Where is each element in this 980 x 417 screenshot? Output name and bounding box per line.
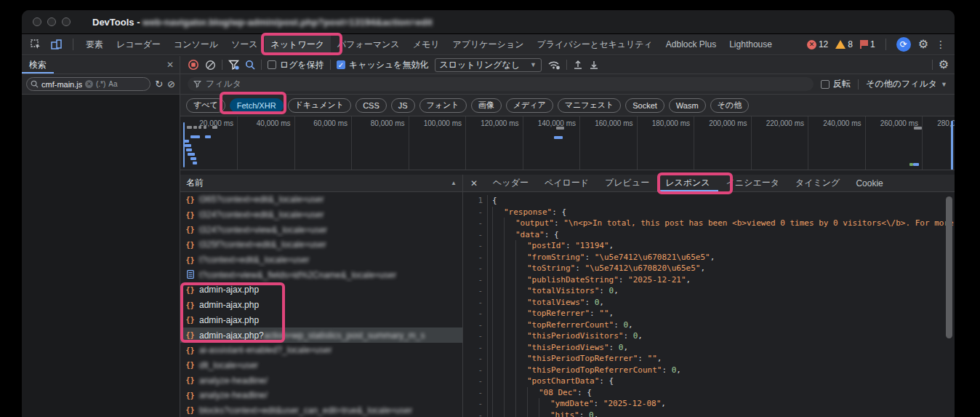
fold-marker[interactable]: - [463, 365, 488, 376]
request-row[interactable]: {}t324?context=edit&_locale=user [180, 207, 462, 223]
clear-search-icon[interactable]: ⊘ [167, 79, 175, 90]
request-row[interactable]: {}t365?context=edit&_locale=user [180, 192, 462, 207]
device-toolbar-icon[interactable] [49, 38, 63, 51]
close-search-icon[interactable]: ✕ [166, 60, 174, 70]
chip-socket[interactable]: Socket [625, 98, 664, 113]
fold-marker[interactable]: - [463, 263, 488, 274]
chip--[interactable]: フォント [419, 98, 467, 113]
fold-marker[interactable]: - [463, 330, 488, 342]
request-row[interactable]: {}blocks?context=edit&user_can_edit=true… [180, 403, 462, 417]
request-row[interactable]: t?context=view&_fields=id%2Cname&_locale… [180, 267, 462, 282]
disable-cache-checkbox[interactable]: ✓ キャッシュを無効化 [337, 59, 429, 71]
chip--[interactable]: その他 [710, 98, 750, 113]
inspect-element-icon[interactable] [29, 38, 42, 51]
clear-network-log-icon[interactable] [205, 60, 216, 71]
tab-main-1[interactable]: レコーダー [110, 34, 167, 55]
request-row[interactable]: {}admin-ajax.php [180, 313, 462, 328]
response-tab-0[interactable]: ヘッダー [485, 175, 537, 191]
fold-marker[interactable]: - [463, 297, 488, 309]
response-scrollbar-thumb[interactable] [946, 196, 952, 338]
fold-marker[interactable]: - [463, 229, 488, 241]
issues-badge[interactable]: 1 [860, 39, 875, 49]
tab-main-3[interactable]: ソース [225, 34, 265, 55]
close-response-pane-icon[interactable]: ✕ [463, 175, 485, 191]
request-row[interactable]: {}t325f?context=edit&_locale=user [180, 237, 462, 253]
response-body-viewer[interactable]: 1{-"response": {-"output": "\n<p>In tota… [463, 192, 955, 417]
response-tab-4[interactable]: イニシエータ [718, 175, 787, 191]
fold-marker[interactable]: - [463, 376, 488, 387]
record-network-log-icon[interactable] [188, 59, 199, 71]
tab-main-8[interactable]: プライバシーとセキュリティ [530, 34, 659, 55]
tab-main-7[interactable]: アプリケーション [446, 34, 530, 55]
request-row[interactable]: {}t324?context=view&_locale=user [180, 222, 462, 237]
request-row[interactable]: {}ai-assistant-enabled?_locale=user [180, 343, 462, 358]
chip--[interactable]: すべて [186, 98, 225, 113]
request-row[interactable]: {}admin-ajax.php [180, 298, 462, 313]
request-row[interactable]: {}admin-ajax.php [180, 282, 462, 298]
filter-input[interactable]: フィルタ [188, 77, 814, 91]
request-row[interactable]: {}analyze-headline/ [180, 373, 462, 388]
chip--[interactable]: マニフェスト [558, 98, 622, 113]
request-row[interactable]: {}dlt_locale=user [180, 358, 462, 373]
throttling-select[interactable]: スロットリングなし ▼ [435, 58, 542, 72]
preserve-log-checkbox[interactable]: ログを保持 [268, 59, 324, 71]
network-overview-timeline[interactable]: 20,000 ms40,000 ms60,000 ms80,000 ms100,… [180, 116, 955, 170]
import-har-icon[interactable] [573, 60, 583, 70]
tab-main-0[interactable]: 要素 [79, 34, 110, 55]
refresh-search-icon[interactable]: ↻ [155, 79, 163, 90]
tab-main-6[interactable]: メモリ [406, 34, 446, 55]
network-settings-gear-icon[interactable]: ⚙ [939, 59, 949, 71]
response-tab-5[interactable]: タイミング [787, 175, 848, 191]
fold-marker[interactable]: - [463, 308, 488, 319]
request-row[interactable]: {}t?context=edit&_locale=user [180, 253, 462, 268]
zoom-window-button[interactable] [62, 17, 71, 26]
fold-marker[interactable]: - [463, 285, 488, 297]
chip--[interactable]: メディア [506, 98, 553, 113]
filter-funnel-icon[interactable] [228, 60, 239, 70]
fold-marker[interactable]: - [463, 342, 488, 354]
warning-badge[interactable]: 8 [835, 39, 853, 49]
fold-marker[interactable]: - [463, 398, 488, 410]
clear-query-icon[interactable]: ✕ [85, 80, 93, 88]
error-badge[interactable]: ✕ 12 [807, 39, 828, 49]
chip-css[interactable]: CSS [356, 98, 387, 113]
request-list-header[interactable]: 名前 ▲ [180, 175, 462, 192]
tab-main-9[interactable]: Adblock Plus [659, 34, 723, 55]
settings-gear-icon[interactable]: ⚙ [918, 39, 928, 50]
extension-sync-icon[interactable]: ⟳ [896, 37, 911, 52]
chip--[interactable]: ドキュメント [288, 98, 352, 113]
chip-js[interactable]: JS [391, 98, 415, 113]
fold-marker[interactable]: - [463, 218, 488, 229]
tab-main-5[interactable]: パフォーマンス [331, 34, 406, 55]
invert-filter-checkbox[interactable]: 反転 [821, 78, 851, 90]
network-search-icon[interactable] [245, 60, 255, 70]
fold-marker[interactable]: - [463, 410, 488, 417]
search-input[interactable] [41, 80, 82, 89]
minimize-window-button[interactable] [47, 17, 56, 26]
response-tab-2[interactable]: プレビュー [597, 175, 657, 191]
match-case-toggle[interactable]: Aa [108, 80, 117, 88]
fold-marker[interactable]: - [463, 353, 488, 365]
export-har-icon[interactable] [589, 60, 599, 70]
regex-toggle[interactable]: (.*) [96, 80, 105, 88]
response-tab-6[interactable]: Cookie [848, 175, 891, 191]
chip--[interactable]: 画像 [471, 98, 502, 113]
tab-search[interactable]: 検索 [22, 56, 54, 74]
more-filters-dropdown[interactable]: その他のフィルタ ▼ [866, 78, 947, 90]
fold-marker[interactable]: - [463, 240, 488, 252]
fold-marker[interactable]: - [463, 252, 488, 263]
fold-marker[interactable]: - [463, 319, 488, 331]
fold-marker[interactable]: - [463, 274, 488, 286]
request-row[interactable]: {}admin-ajax.php?action=wp_statistics_po… [180, 327, 462, 343]
request-row[interactable]: {}analyze-headline/ [180, 388, 462, 403]
network-conditions-icon[interactable] [547, 60, 561, 70]
tab-main-10[interactable]: Lighthouse [723, 34, 779, 55]
close-window-button[interactable] [33, 17, 41, 26]
chip-fetch-xhr[interactable]: Fetch/XHR [230, 98, 284, 113]
tab-main-2[interactable]: コンソール [167, 34, 225, 55]
fold-marker[interactable]: - [463, 387, 488, 399]
search-input-wrapper[interactable]: ✕ (.*) Aa [26, 77, 150, 91]
response-tab-3[interactable]: レスポンス [657, 175, 718, 191]
chip-wasm[interactable]: Wasm [669, 98, 706, 113]
fold-marker[interactable]: - [463, 207, 488, 218]
